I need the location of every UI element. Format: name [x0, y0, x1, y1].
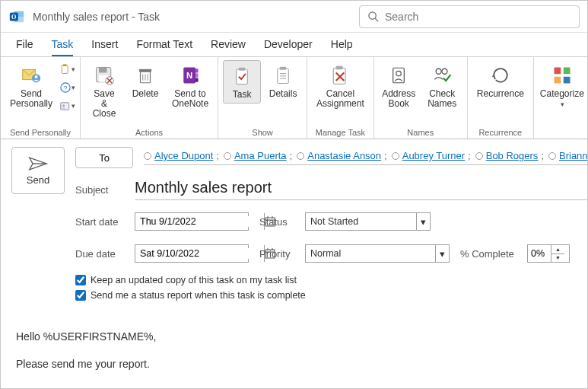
ribbon: Send Personally ▾ ?▾ ▾ Send Personally S… [1, 57, 587, 139]
svg-rect-32 [239, 68, 245, 71]
recurrence-label: Recurrence [477, 89, 524, 99]
svg-rect-48 [554, 77, 561, 84]
address-book-icon [386, 63, 411, 88]
address-book-button[interactable]: Address Book [379, 60, 419, 112]
svg-line-5 [375, 18, 378, 21]
priority-value: Normal [306, 248, 345, 259]
start-date-field[interactable] [135, 212, 249, 231]
chevron-down-icon: ▾ [561, 100, 564, 110]
group-show: Task Details Show [218, 57, 307, 139]
tab-format-text[interactable]: Format Text [127, 33, 202, 56]
clipboard-details-icon [271, 63, 295, 88]
svg-rect-34 [280, 67, 286, 70]
message-body[interactable]: Hello %USERFIRSTNAME%, Please send me yo… [16, 319, 572, 373]
recipient-chip[interactable]: Aubrey Turner; [392, 150, 472, 161]
group-actions: Save & Close Delete N Send to OneNote Ac… [81, 57, 218, 139]
tab-task[interactable]: Task [43, 33, 83, 56]
due-date-input[interactable] [135, 248, 264, 259]
svg-rect-22 [139, 69, 151, 72]
task-view-button[interactable]: Task [223, 60, 261, 104]
outlook-icon: O [8, 8, 25, 25]
chevron-down-icon[interactable]: ▾ [435, 245, 449, 262]
subject-input[interactable] [135, 179, 588, 200]
presence-dot [475, 152, 483, 160]
presence-dot [144, 152, 151, 160]
svg-rect-49 [564, 77, 571, 84]
svg-text:N: N [186, 71, 192, 80]
window-title: Monthly sales report - Task [33, 11, 160, 23]
recipient-chip[interactable]: Brianne Davison; [548, 150, 588, 161]
stepper-up[interactable]: ▲ [551, 245, 564, 254]
send-onenote-button[interactable]: N Send to OneNote [167, 60, 213, 112]
svg-rect-29 [195, 78, 199, 82]
recipient-name: Ama Puerta [234, 150, 287, 161]
svg-point-44 [436, 69, 441, 74]
recipient-name: Aubrey Turner [402, 150, 465, 161]
recipients-field[interactable]: Alyce Dupont;Ama Puerta;Anastasie Anson;… [144, 150, 588, 165]
delete-label: Delete [132, 89, 159, 99]
priority-select[interactable]: Normal ▾ [305, 244, 450, 263]
svg-rect-31 [237, 69, 248, 84]
recurrence-button[interactable]: Recurrence [472, 60, 529, 102]
contact-icon[interactable]: ▾ [60, 98, 75, 113]
priority-label: Priority [259, 248, 294, 260]
status-label: Status [259, 216, 294, 228]
send-button[interactable]: Send [11, 147, 65, 194]
percent-complete-input[interactable] [528, 248, 551, 259]
keep-copy-checkbox[interactable] [75, 275, 86, 285]
send-personally-label: Send Personally [10, 89, 52, 109]
check-names-button[interactable]: Check Names [422, 60, 462, 112]
recipient-chip[interactable]: Alyce Dupont; [144, 150, 221, 161]
tab-help[interactable]: Help [322, 33, 362, 56]
group-label-names: Names [379, 126, 462, 137]
group-label-actions: Actions [85, 126, 213, 137]
paste-icon[interactable]: ▾ [60, 62, 75, 77]
stepper-down[interactable]: ▼ [551, 254, 564, 263]
keep-copy-label: Keep an updated copy of this task on my … [91, 275, 297, 285]
group-names: Address Book Check Names Names [374, 57, 468, 139]
svg-rect-47 [564, 68, 571, 75]
group-label-recurrence: Recurrence [472, 126, 529, 137]
recipient-name: Bob Rogers [486, 150, 539, 161]
svg-point-4 [369, 12, 376, 19]
tab-file[interactable]: File [7, 33, 43, 56]
recipient-chip[interactable]: Bob Rogers; [475, 150, 545, 161]
clipboard-cancel-icon [328, 63, 352, 88]
categorize-button[interactable]: Categorize▾ [539, 60, 586, 113]
start-date-label: Start date [75, 216, 124, 228]
search-box[interactable] [359, 5, 580, 28]
send-icon [28, 156, 48, 171]
recipient-chip[interactable]: Anastasie Anson; [297, 150, 388, 161]
svg-rect-46 [554, 68, 561, 75]
save-icon [92, 63, 116, 88]
chevron-down-icon[interactable]: ▾ [416, 213, 430, 230]
search-input[interactable] [385, 11, 571, 23]
delete-button[interactable]: Delete [126, 60, 164, 102]
send-personally-button[interactable]: Send Personally [5, 60, 57, 112]
check-names-label: Check Names [427, 89, 458, 109]
status-report-checkbox[interactable] [75, 290, 86, 301]
status-select[interactable]: Not Started ▾ [305, 212, 431, 231]
due-date-label: Due date [75, 248, 124, 260]
group-tags: Categorize▾ Follow Up▾ [534, 57, 588, 139]
trash-icon [133, 63, 157, 88]
save-close-button[interactable]: Save & Close [85, 60, 123, 122]
svg-text:O: O [11, 14, 17, 21]
start-date-input[interactable] [135, 216, 264, 227]
details-button[interactable]: Details [264, 60, 302, 102]
to-button[interactable]: To [75, 147, 133, 168]
tab-insert[interactable]: Insert [82, 33, 127, 56]
cancel-assignment-button[interactable]: Cancel Assignment [312, 60, 369, 112]
details-label: Details [269, 89, 297, 99]
search-icon [367, 11, 379, 22]
due-date-field[interactable] [135, 244, 249, 263]
svg-rect-27 [195, 69, 199, 72]
subject-label: Subject [75, 184, 124, 196]
recipient-chip[interactable]: Ama Puerta; [224, 150, 294, 161]
percent-complete-stepper[interactable]: ▲▼ [527, 244, 570, 263]
help-icon[interactable]: ?▾ [60, 80, 75, 95]
tab-review[interactable]: Review [202, 33, 255, 56]
svg-rect-10 [63, 64, 67, 65]
tab-developer[interactable]: Developer [255, 33, 322, 56]
svg-point-8 [35, 75, 38, 78]
